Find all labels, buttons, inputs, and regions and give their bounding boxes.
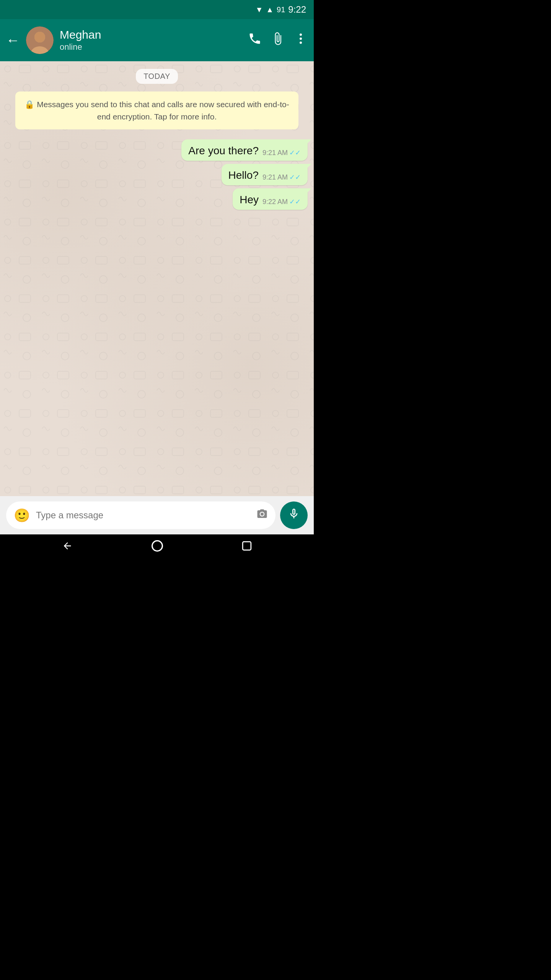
encryption-notice[interactable]: 🔒 Messages you send to this chat and cal… <box>15 91 298 129</box>
double-tick-3: ✓✓ <box>289 198 301 206</box>
status-bar: ▼ ▲ 91 9:22 <box>0 0 314 19</box>
back-button[interactable]: ← <box>6 33 20 47</box>
message-bubble-2[interactable]: Hello? 9:21 AM ✓✓ <box>222 164 308 185</box>
message-meta-2: 9:21 AM ✓✓ <box>262 173 301 181</box>
lock-icon: 🔒 <box>24 100 34 109</box>
message-text-1: Are you there? <box>188 145 259 157</box>
message-meta-3: 9:22 AM ✓✓ <box>262 198 301 206</box>
message-time-3: 9:22 AM <box>262 198 288 206</box>
mic-button[interactable] <box>280 501 308 529</box>
emoji-icon[interactable]: 🙂 <box>14 508 30 523</box>
message-text-2: Hello? <box>228 169 259 181</box>
svg-point-4 <box>300 34 302 36</box>
nav-back-button[interactable] <box>62 541 73 551</box>
more-icon[interactable] <box>294 32 308 49</box>
message-time-2: 9:21 AM <box>262 173 288 181</box>
svg-point-6 <box>300 42 302 44</box>
date-badge: TODAY <box>136 69 178 84</box>
message-input[interactable] <box>36 510 250 521</box>
status-icons: ▼ ▲ 91 9:22 <box>255 4 306 15</box>
chat-area: TODAY 🔒 Messages you send to this chat a… <box>0 61 314 496</box>
contact-info: Meghan online <box>60 28 242 53</box>
message-text-3: Hey <box>240 194 259 206</box>
bottom-nav <box>0 534 314 557</box>
toolbar-actions <box>248 32 308 49</box>
encryption-text: Messages you send to this chat and calls… <box>37 100 289 121</box>
toolbar: ← Meghan online <box>0 19 314 61</box>
svg-point-7 <box>152 541 163 551</box>
wifi-icon: ▼ <box>255 5 263 14</box>
status-time: 9:22 <box>288 4 306 15</box>
battery-icon: 91 <box>277 5 285 14</box>
nav-home-button[interactable] <box>151 540 163 552</box>
double-tick-1: ✓✓ <box>289 149 301 157</box>
camera-icon[interactable] <box>256 508 268 523</box>
chat-content: TODAY 🔒 Messages you send to this chat a… <box>6 69 308 210</box>
input-bar: 🙂 <box>0 496 314 534</box>
svg-point-3 <box>34 32 45 42</box>
contact-name: Meghan <box>60 28 242 42</box>
message-meta-1: 9:21 AM ✓✓ <box>262 149 301 157</box>
message-input-wrap: 🙂 <box>6 501 276 529</box>
avatar[interactable] <box>26 26 54 54</box>
signal-icon: ▲ <box>266 5 274 14</box>
message-time-1: 9:21 AM <box>262 149 288 157</box>
double-tick-2: ✓✓ <box>289 173 301 181</box>
call-icon[interactable] <box>248 32 262 49</box>
contact-status: online <box>60 42 242 53</box>
svg-rect-8 <box>243 542 251 550</box>
mic-icon <box>288 508 300 523</box>
message-bubble-3[interactable]: Hey 9:22 AM ✓✓ <box>233 188 308 210</box>
attach-icon[interactable] <box>271 32 285 49</box>
nav-recent-button[interactable] <box>242 541 252 551</box>
svg-point-5 <box>300 38 302 40</box>
messages-container: Are you there? 9:21 AM ✓✓ Hello? 9:21 AM… <box>6 139 308 210</box>
message-bubble-1[interactable]: Are you there? 9:21 AM ✓✓ <box>181 139 308 161</box>
